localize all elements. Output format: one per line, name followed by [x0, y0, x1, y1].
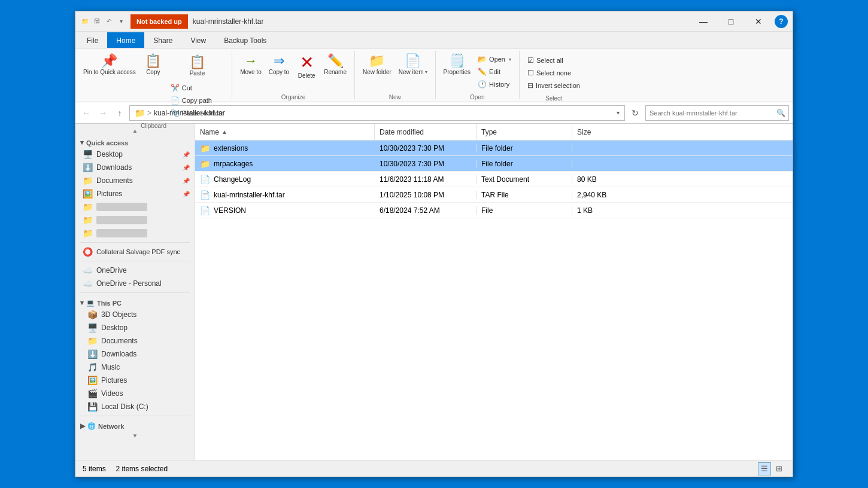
file-size-version: 1 KB	[572, 206, 644, 215]
sidebar-item-pictures-pc[interactable]: 🖼️ Pictures	[75, 374, 195, 387]
open-button[interactable]: 📂 Open ▾	[475, 53, 514, 65]
tab-home[interactable]: Home	[107, 32, 144, 48]
not-backed-up-button[interactable]: Not backed up	[130, 14, 188, 29]
file-type-extensions: File folder	[477, 144, 572, 152]
sidebar-item-local-disk[interactable]: 💾 Local Disk (C:)	[75, 400, 195, 413]
blurred2-icon: 📁	[83, 215, 93, 225]
file-list-container: Name ▲ Date modified Type Size 📁	[195, 124, 793, 460]
table-row[interactable]: 📁 mrpackages 10/30/2023 7:30 PM File fol…	[195, 156, 793, 172]
paste-button[interactable]: 📋 Paste	[184, 53, 210, 80]
table-row[interactable]: 📄 VERSION 6/18/2024 7:52 AM File 1 KB	[195, 203, 793, 218]
pictures-label: Pictures	[96, 190, 122, 198]
col-header-date[interactable]: Date modified	[375, 124, 477, 140]
save-icon-titlebar[interactable]: 🖫	[92, 17, 102, 26]
new-folder-label: New folder	[363, 69, 391, 76]
large-icons-view-button[interactable]: ⊞	[772, 462, 785, 475]
col-header-name[interactable]: Name ▲	[195, 124, 375, 140]
select-all-button[interactable]: ☑ Select all	[524, 54, 583, 66]
sort-arrow: ▲	[221, 129, 227, 135]
network-header[interactable]: ▶ 🌐 Network	[75, 419, 195, 431]
sidebar-item-downloads[interactable]: ⬇️ Downloads 📌	[75, 161, 195, 174]
search-input[interactable]	[646, 109, 773, 117]
table-row[interactable]: 📄 kual-mrinstaller-khf.tar 1/10/2025 10:…	[195, 187, 793, 203]
file-date-mrpackages: 10/30/2023 7:30 PM	[375, 160, 477, 168]
edit-label: Edit	[489, 68, 500, 75]
copy-path-label: Copy path	[182, 97, 212, 104]
folder-icon-extensions: 📁	[200, 144, 210, 153]
select-none-label: Select none	[536, 69, 571, 77]
table-row[interactable]: 📄 ChangeLog 11/6/2023 11:18 AM Text Docu…	[195, 172, 793, 187]
file-date-version: 6/18/2024 7:52 AM	[375, 206, 477, 215]
sidebar-item-onedrive-personal[interactable]: ☁️ OneDrive - Personal	[75, 277, 195, 290]
properties-label: Properties	[444, 69, 471, 76]
details-view-button[interactable]: ☰	[758, 462, 771, 475]
minimize-button[interactable]: —	[690, 12, 717, 31]
tab-view[interactable]: View	[181, 32, 215, 48]
address-dropdown-arrow[interactable]: ▾	[617, 109, 620, 116]
3d-objects-label: 3D Objects	[101, 310, 136, 319]
select-none-button[interactable]: ☐ Select none	[524, 67, 583, 79]
sidebar-item-videos[interactable]: 🎬 Videos	[75, 387, 195, 400]
new-item-label: New item ▾	[399, 69, 427, 76]
tab-backup[interactable]: Backup Tools	[215, 32, 275, 48]
sidebar-item-onedrive[interactable]: ☁️ OneDrive	[75, 264, 195, 277]
tab-file[interactable]: File	[78, 32, 107, 48]
blurred2-label: ██████████	[96, 216, 147, 224]
history-button[interactable]: 🕐 History	[475, 78, 514, 90]
sidebar-item-blurred3[interactable]: 📁 ██████████	[75, 227, 195, 240]
sidebar-item-desktop-pc[interactable]: 🖥️ Desktop	[75, 321, 195, 334]
desktop-pc-icon: 🖥️	[87, 323, 98, 333]
file-date-extensions: 10/30/2023 7:30 PM	[375, 144, 477, 152]
cut-button[interactable]: ✂️ Cut	[168, 82, 227, 94]
sidebar-item-pictures[interactable]: 🖼️ Pictures 📌	[75, 187, 195, 200]
copy-button[interactable]: 📋 Copy	[140, 52, 166, 90]
search-box: 🔍	[645, 105, 789, 121]
close-button[interactable]: ✕	[745, 12, 772, 31]
downloads-pc-label: Downloads	[101, 350, 136, 358]
sidebar-item-music[interactable]: 🎵 Music	[75, 361, 195, 374]
sidebar-item-collateral[interactable]: ⭕ Collateral Salvage PDF sync	[75, 245, 195, 258]
quick-access-header[interactable]: ▾ Quick access	[75, 135, 195, 148]
paste-label: Paste	[190, 70, 205, 77]
sidebar-item-desktop[interactable]: 🖥️ Desktop 📌	[75, 148, 195, 161]
col-header-type[interactable]: Type	[477, 124, 572, 140]
sidebar-item-3d-objects[interactable]: 📦 3D Objects	[75, 308, 195, 321]
refresh-button[interactable]: ↻	[627, 105, 643, 121]
paste-shortcut-button[interactable]: 📎 Paste shortcut	[168, 107, 227, 119]
move-to-button[interactable]: → Move to	[237, 52, 265, 90]
invert-selection-button[interactable]: ⊟ Invert selection	[524, 80, 583, 92]
copy-path-button[interactable]: 📄 Copy path	[168, 94, 227, 106]
file-size-changelog: 80 KB	[572, 175, 644, 184]
open-small-buttons: 📂 Open ▾ ✏️ Edit 🕐 History	[475, 52, 514, 90]
delete-button[interactable]: ✕ Delete	[293, 52, 320, 90]
properties-button[interactable]: 🗒️ Properties	[441, 52, 474, 90]
sidebar-item-documents[interactable]: 📁 Documents 📌	[75, 174, 195, 187]
edit-button[interactable]: ✏️ Edit	[475, 66, 514, 78]
sidebar-scroll-up[interactable]: ▲	[75, 126, 195, 135]
copy-to-button[interactable]: ⇒ Copy to	[266, 52, 292, 90]
help-button[interactable]: ?	[775, 15, 788, 28]
sidebar-item-downloads-pc[interactable]: ⬇️ Downloads	[75, 347, 195, 361]
sidebar-item-blurred2[interactable]: 📁 ██████████	[75, 214, 195, 227]
sidebar-item-blurred1[interactable]: 📁 ██████████	[75, 200, 195, 214]
desktop-icon: 🖥️	[83, 150, 93, 159]
new-item-button[interactable]: 📄 New item ▾	[396, 52, 430, 90]
this-pc-header[interactable]: ▾ 💻 This PC	[75, 295, 195, 308]
rename-button[interactable]: ✏️ Rename	[321, 52, 350, 90]
tab-share[interactable]: Share	[144, 32, 181, 48]
move-to-icon: →	[244, 54, 257, 68]
rename-icon: ✏️	[327, 54, 344, 68]
sidebar-item-documents-pc[interactable]: 📁 Documents	[75, 334, 195, 347]
sidebar-scroll-down[interactable]: ▼	[75, 431, 195, 440]
table-row[interactable]: 📁 extensions 10/30/2023 7:30 PM File fol…	[195, 141, 793, 156]
collateral-icon: ⭕	[83, 247, 93, 257]
pin-to-quick-access-button[interactable]: 📌 Pin to Quick access	[80, 52, 139, 90]
maximize-button[interactable]: □	[717, 12, 745, 31]
search-icon[interactable]: 🔍	[773, 105, 788, 121]
customize-icon-titlebar[interactable]: ▾	[116, 17, 126, 26]
undo-icon-titlebar[interactable]: ↶	[104, 17, 114, 26]
new-folder-button[interactable]: 📁 New folder	[360, 52, 394, 90]
downloads-pin-icon: 📌	[183, 164, 190, 171]
col-header-size[interactable]: Size	[572, 124, 644, 140]
onedrive-personal-icon: ☁️	[83, 279, 93, 288]
